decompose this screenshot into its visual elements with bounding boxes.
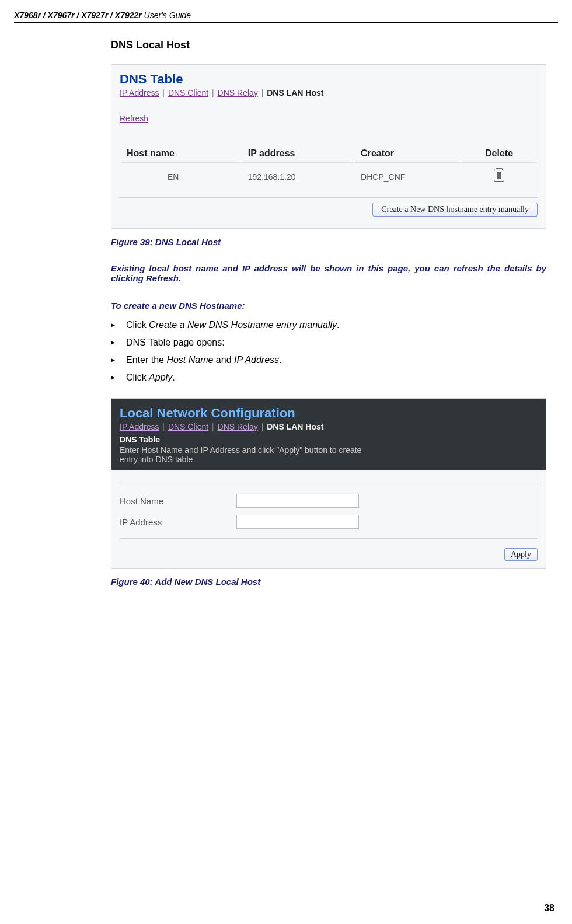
tab-ip-address[interactable]: IP Address [120, 422, 159, 431]
step-text: . [337, 320, 339, 330]
step-emphasis: Create a New DNS Hostname entry manually [149, 320, 337, 330]
header-models: X7968r / X7967r / X7927r / X7922r [14, 11, 142, 20]
step-text: Enter the [126, 355, 166, 365]
list-item: Click Apply. [126, 369, 546, 386]
step-emphasis: Host Name [166, 355, 213, 365]
tab-dns-lan-host[interactable]: DNS LAN Host [267, 88, 323, 97]
info-paragraph: Existing local host name and IP address … [111, 263, 546, 283]
tab-dns-client[interactable]: DNS Client [168, 422, 208, 431]
tab-separator: | [211, 88, 215, 97]
dns-hosts-table: Host name IP address Creator Delete EN 1… [120, 144, 538, 195]
step-emphasis: Apply [149, 372, 172, 382]
help-text: Enter Host Name and IP Address and click… [120, 445, 371, 464]
cell-host-name: EN [121, 164, 241, 194]
figure-caption-40: Figure 40: Add New DNS Local Host [111, 577, 546, 587]
tab-ip-address[interactable]: IP Address [120, 88, 159, 97]
host-name-label: Host Name [120, 496, 236, 506]
col-ip-address: IP address [242, 145, 354, 163]
step-text: Click [126, 372, 149, 382]
tab-dns-client[interactable]: DNS Client [168, 88, 208, 97]
col-host-name: Host name [121, 145, 241, 163]
tab-separator: | [211, 422, 215, 431]
divider [120, 484, 538, 484]
cell-delete [462, 164, 536, 194]
table-row: EN 192.168.1.20 DHCP_CNF [121, 164, 536, 194]
list-item: Click Create a New DNS Hostname entry ma… [126, 316, 546, 334]
table-header-row: Host name IP address Creator Delete [121, 145, 536, 163]
panel-title: Local Network Configuration [120, 406, 538, 421]
tab-separator: | [260, 88, 265, 97]
figure-add-dns-host: Local Network Configuration IP Address |… [111, 398, 546, 569]
form-row-ip-address: IP Address [120, 511, 538, 532]
tab-row: IP Address | DNS Client | DNS Relay | DN… [120, 422, 538, 431]
step-text: Click [126, 320, 149, 330]
step-text: DNS Table page opens: [126, 337, 225, 347]
apply-button[interactable]: Apply [504, 548, 538, 561]
divider [120, 538, 538, 539]
tab-dns-relay[interactable]: DNS Relay [218, 88, 258, 97]
tab-separator: | [260, 422, 265, 431]
steps-heading: To create a new DNS Hostname: [111, 301, 546, 311]
ip-address-input[interactable] [236, 515, 359, 529]
tab-row: IP Address | DNS Client | DNS Relay | DN… [120, 88, 538, 97]
page-number: 38 [544, 903, 554, 913]
ip-address-label: IP Address [120, 517, 236, 527]
host-name-input[interactable] [236, 494, 359, 508]
page-header: X7968r / X7967r / X7927r / X7922r User's… [14, 11, 558, 23]
tab-dns-relay[interactable]: DNS Relay [218, 422, 258, 431]
step-emphasis: IP Address [234, 355, 279, 365]
figure-caption-39: Figure 39: DNS Local Host [111, 237, 546, 247]
list-item: Enter the Host Name and IP Address. [126, 351, 546, 369]
form-row-host-name: Host Name [120, 490, 538, 511]
step-text: . [172, 372, 175, 382]
col-creator: Creator [355, 145, 461, 163]
tab-dns-lan-host[interactable]: DNS LAN Host [267, 422, 323, 431]
tab-separator: | [161, 422, 166, 431]
create-dns-hostname-button[interactable]: Create a New DNS hostname entry manually [372, 203, 538, 217]
panel-title: DNS Table [120, 72, 538, 87]
step-text: . [279, 355, 281, 365]
header-suffix: User's Guide [142, 11, 191, 20]
cell-creator: DHCP_CNF [355, 164, 461, 194]
col-delete: Delete [462, 145, 536, 163]
tab-separator: | [161, 88, 166, 97]
delete-icon[interactable] [494, 170, 504, 182]
steps-list: Click Create a New DNS Hostname entry ma… [111, 316, 546, 386]
figure-dns-table: DNS Table IP Address | DNS Client | DNS … [111, 64, 546, 229]
step-text: and [213, 355, 234, 365]
cell-ip-address: 192.168.1.20 [242, 164, 354, 194]
sub-panel-title: DNS Table [120, 435, 538, 444]
section-heading: DNS Local Host [111, 39, 546, 51]
refresh-link[interactable]: Refresh [120, 114, 148, 123]
list-item: DNS Table page opens: [126, 334, 546, 351]
